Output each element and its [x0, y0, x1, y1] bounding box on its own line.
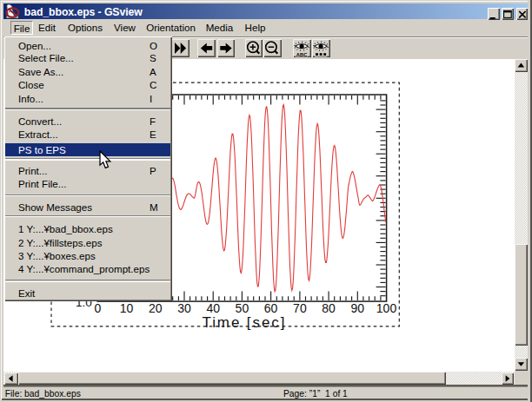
svg-text:80: 80	[322, 300, 336, 314]
svg-text:30: 30	[177, 300, 191, 314]
svg-text:70: 70	[293, 300, 307, 314]
svg-text:Time [sec]: Time [sec]	[203, 314, 287, 331]
svg-text:90: 90	[351, 300, 365, 314]
svg-text:100: 100	[376, 300, 397, 314]
svg-text:10: 10	[120, 300, 134, 314]
svg-text:20: 20	[149, 300, 163, 314]
svg-text:ABC: ABC	[296, 51, 308, 56]
svg-text:60: 60	[264, 300, 278, 314]
svg-text:50: 50	[236, 300, 249, 314]
svg-text:0: 0	[95, 300, 102, 314]
svg-text:40: 40	[206, 300, 220, 314]
